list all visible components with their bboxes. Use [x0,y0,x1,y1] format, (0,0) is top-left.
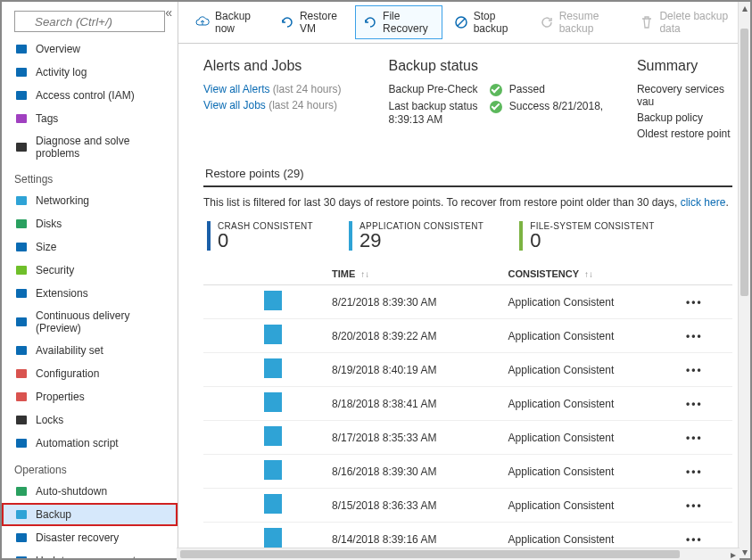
check-icon [490,84,502,96]
svg-rect-10 [16,266,27,275]
sidebar-item-label: Automation script [36,437,119,449]
sidebar-item-label: Activity log [36,66,87,78]
row-more-button[interactable]: ••• [686,465,703,478]
sidebar-item-label: Disks [36,218,62,230]
table-row[interactable]: 8/18/2018 8:38:41 AMApplication Consiste… [203,387,732,421]
col-consistency[interactable]: CONSISTENCY↑↓ [501,263,679,285]
sidebar-item-backup[interactable]: Backup [2,503,178,526]
sidebar-item-label: Update management [36,555,136,558]
sidebar-item-extensions[interactable]: Extensions [2,282,178,305]
counter-app: APPLICATION CONSISTENT 29 [349,221,483,251]
scroll-thumb[interactable] [740,29,748,296]
svg-rect-15 [16,392,27,401]
counter-value: 29 [359,231,483,251]
sidebar-item-overview[interactable]: Overview [2,37,178,61]
search-input[interactable] [14,11,165,32]
row-more-button[interactable]: ••• [686,364,703,376]
sidebar-item-availability-set[interactable]: Availability set [2,339,178,362]
lock-icon [14,413,29,427]
svg-rect-4 [16,91,27,100]
log-icon [14,65,29,79]
table-row[interactable]: 8/19/2018 8:40:19 AMApplication Consiste… [203,353,732,387]
backup-now-button[interactable]: Backup now [187,5,269,39]
counter-crash: CRASH CONSISTENT 0 [207,221,313,251]
table-row[interactable]: 8/15/2018 8:36:33 AMApplication Consiste… [203,489,732,523]
size-icon [14,240,29,254]
cloud-up-icon [195,15,210,29]
row-more-button[interactable]: ••• [686,296,703,309]
sidebar-item-size[interactable]: Size [2,235,178,259]
last-backup-label: Last backup status [388,100,486,112]
jobs-suffix: (last 24 hours) [269,99,337,111]
svg-rect-6 [16,143,27,152]
scroll-up-icon[interactable]: ▴ [739,2,750,14]
sidebar-item-label: Backup [36,508,71,521]
stop-icon [454,15,468,29]
summary-title: Summary [637,58,732,74]
table-row[interactable]: 8/16/2018 8:39:30 AMApplication Consiste… [203,455,732,489]
backup-status-title: Backup status [388,58,609,74]
table-row[interactable]: 8/21/2018 8:39:30 AMApplication Consiste… [203,285,732,319]
toolbar-label: Stop backup [474,10,520,35]
sidebar-item-auto-shutdown[interactable]: Auto-shutdown [2,480,178,503]
cell-consistency: Application Consistent [501,387,679,421]
col-time[interactable]: TIME↑↓ [325,263,501,285]
table-row[interactable]: 8/17/2018 8:35:33 AMApplication Consiste… [203,421,732,455]
vertical-scrollbar[interactable]: ▴ ▾ [738,2,750,558]
horizontal-scrollbar[interactable]: ◂ ▸ [177,548,740,560]
sidebar-item-diagnose-and-solve-problems[interactable]: Diagnose and solve problems [2,130,178,164]
sidebar-item-locks[interactable]: Locks [2,408,178,432]
restore-vm-button[interactable]: Restore VM [272,5,351,39]
sidebar-item-label: Security [36,264,74,276]
stop-backup-button[interactable]: Stop backup [446,5,528,39]
row-more-button[interactable]: ••• [686,499,703,512]
sidebar-item-security[interactable]: Security [2,259,178,282]
cd-icon [14,315,29,329]
view-all-jobs-link[interactable]: View all Jobs [203,99,266,111]
view-all-alerts-link[interactable]: View all Alerts [203,83,269,95]
svg-rect-2 [16,45,27,54]
sidebar-item-tags[interactable]: Tags [2,107,178,130]
sidebar-item-label: Disaster recovery [36,531,119,544]
filter-note: This list is filtered for last 30 days o… [203,196,681,209]
people-icon [14,88,29,103]
backup-icon [14,507,29,522]
svg-rect-8 [16,219,27,228]
scroll-down-icon[interactable]: ▾ [739,546,750,558]
toolbar-label: File Recovery [383,10,434,35]
svg-rect-12 [16,317,27,326]
config-icon [14,366,29,381]
power-icon [14,484,29,498]
sidebar-item-disks[interactable]: Disks [2,212,178,235]
row-more-button[interactable]: ••• [686,533,703,546]
row-more-button[interactable]: ••• [686,432,703,444]
scroll-right-icon[interactable]: ▸ [727,548,740,560]
table-row[interactable]: 8/20/2018 8:39:22 AMApplication Consiste… [203,319,732,353]
svg-rect-9 [16,243,27,251]
sidebar-item-networking[interactable]: Networking [2,189,178,212]
sidebar-item-access-control-iam-[interactable]: Access control (IAM) [2,84,178,107]
sidebar-item-continuous-delivery-preview-[interactable]: Continuous delivery (Preview) [2,305,178,339]
cell-time: 8/18/2018 8:38:41 AM [325,387,501,421]
row-more-button[interactable]: ••• [686,398,703,410]
toolbar-label: Backup now [215,10,260,35]
svg-rect-11 [16,289,27,298]
cell-time: 8/21/2018 8:39:30 AM [325,285,501,319]
sidebar-item-properties[interactable]: Properties [2,385,178,408]
sidebar-item-configuration[interactable]: Configuration [2,362,178,385]
file-recovery-button[interactable]: File Recovery [355,5,442,39]
counter-value: 0 [218,231,313,251]
row-more-button[interactable]: ••• [686,330,703,342]
sidebar-item-disaster-recovery[interactable]: Disaster recovery [2,526,178,549]
click-here-link[interactable]: click here [681,196,726,209]
sidebar-item-update-management[interactable]: Update management [2,549,178,558]
sidebar-item-activity-log[interactable]: Activity log [2,61,178,84]
cell-consistency: Application Consistent [501,455,679,489]
trash-icon [640,15,654,29]
cell-time: 8/16/2018 8:39:30 AM [325,455,501,489]
sidebar-item-automation-script[interactable]: Automation script [2,432,178,455]
consistency-bar-icon [264,426,282,446]
undo-icon [363,15,377,29]
scroll-thumb[interactable] [180,550,680,558]
cell-time: 8/15/2018 8:36:33 AM [325,489,501,523]
